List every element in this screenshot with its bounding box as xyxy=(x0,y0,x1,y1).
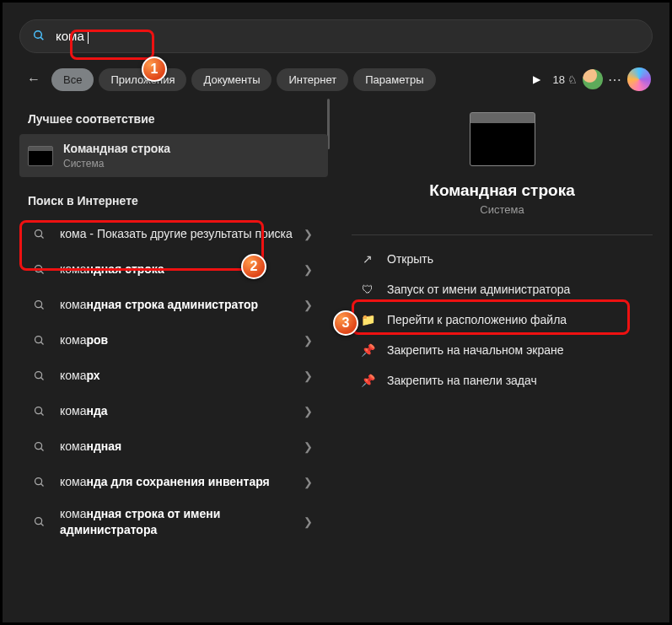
web-result-item[interactable]: командная строка❯ xyxy=(16,251,331,287)
svg-point-8 xyxy=(35,336,41,342)
search-icon xyxy=(28,435,50,457)
result-command-prompt[interactable]: Командная строка Система xyxy=(19,134,328,177)
svg-line-15 xyxy=(40,448,43,450)
annotation-badge-3: 3 xyxy=(333,310,358,336)
chevron-right-icon: ❯ xyxy=(304,334,320,347)
filter-tabs-row: ← Все Приложения Документы Интернет Пара… xyxy=(11,53,661,99)
more-button[interactable]: ⋯ xyxy=(608,72,622,88)
pin-icon: 📌 xyxy=(360,374,375,387)
results-pane: Лучшее соответствие 2 Командная строка С… xyxy=(11,99,331,611)
copilot-button[interactable] xyxy=(627,67,651,91)
web-result-text: командная строка от имени администратора xyxy=(60,506,293,538)
chevron-right-icon: ❯ xyxy=(304,405,320,418)
svg-line-5 xyxy=(40,271,43,273)
search-icon xyxy=(28,223,50,245)
chevron-right-icon: ❯ xyxy=(304,515,320,528)
svg-line-9 xyxy=(40,342,43,344)
svg-point-6 xyxy=(35,300,41,307)
annotation-badge-2: 2 xyxy=(241,254,266,279)
web-result-item[interactable]: командная❯ xyxy=(16,428,331,464)
web-result-text: команда xyxy=(60,403,293,419)
divider xyxy=(352,234,653,235)
svg-line-17 xyxy=(40,483,43,486)
section-best-match: Лучшее соответствие xyxy=(16,105,331,134)
tab-internet[interactable]: Интернет xyxy=(277,68,348,91)
search-icon xyxy=(28,294,50,315)
tab-settings[interactable]: Параметры xyxy=(353,68,435,91)
play-button[interactable]: ▶ xyxy=(526,73,548,85)
web-result-text: командная xyxy=(60,439,293,455)
search-icon xyxy=(28,471,50,493)
web-result-text: комаров xyxy=(60,332,293,348)
result-subtitle: Система xyxy=(63,157,316,170)
action-pin-taskbar[interactable]: 📌 Закрепить на панели задач xyxy=(352,365,653,396)
chevron-right-icon: ❯ xyxy=(304,440,320,453)
preview-subtitle: Система xyxy=(352,203,653,216)
chevron-right-icon: ❯ xyxy=(304,369,320,382)
preview-app-icon xyxy=(470,112,535,166)
start-search-window: 1 кома ← Все Приложения Документы Интерн… xyxy=(11,19,661,622)
preview-pane: Командная строка Система 3 ↗ Открыть 🛡 З… xyxy=(331,99,661,611)
search-icon xyxy=(28,511,50,533)
svg-line-3 xyxy=(40,235,43,238)
svg-line-13 xyxy=(40,412,43,415)
open-icon: ↗ xyxy=(360,252,375,266)
search-icon xyxy=(32,29,46,45)
web-result-item[interactable]: кома - Показать другие результаты поиска… xyxy=(16,216,331,251)
web-result-text: команда для сохранения инвентаря xyxy=(60,474,293,490)
user-avatar[interactable] xyxy=(583,69,603,89)
action-open-file-location[interactable]: 📁 Перейти к расположению файла xyxy=(352,304,653,335)
svg-line-7 xyxy=(40,306,43,309)
web-result-text: командная строка администратор xyxy=(60,297,293,313)
rewards-button[interactable]: 18 ♘ xyxy=(553,73,578,86)
cmd-icon xyxy=(28,146,53,166)
action-run-as-admin[interactable]: 🛡 Запуск от имени администратора xyxy=(352,274,653,304)
action-label: Запуск от имени администратора xyxy=(387,283,570,296)
action-label: Перейти к расположению файла xyxy=(387,313,567,326)
action-open[interactable]: ↗ Открыть xyxy=(352,244,653,274)
svg-line-11 xyxy=(40,377,43,380)
search-icon xyxy=(28,400,50,422)
text-caret xyxy=(88,30,89,44)
web-result-item[interactable]: команда для сохранения инвентаря❯ xyxy=(16,464,331,499)
web-result-item[interactable]: команда❯ xyxy=(16,393,331,428)
section-web-search: Поиск в Интернете xyxy=(16,187,331,216)
search-bar[interactable]: кома xyxy=(19,19,653,53)
tab-all[interactable]: Все xyxy=(51,68,94,91)
trophy-icon: ♘ xyxy=(567,73,578,86)
web-result-text: кома - Показать другие результаты поиска xyxy=(60,226,293,242)
chevron-right-icon: ❯ xyxy=(304,299,320,311)
web-result-item[interactable]: комаров❯ xyxy=(16,322,331,358)
svg-point-0 xyxy=(35,30,42,38)
result-title: Командная строка xyxy=(63,141,316,157)
svg-point-2 xyxy=(35,229,41,236)
web-result-item[interactable]: командная строка администратор❯ xyxy=(16,287,331,322)
pin-icon: 📌 xyxy=(360,343,375,357)
chevron-right-icon: ❯ xyxy=(304,263,320,276)
search-input[interactable]: кома xyxy=(52,27,88,45)
action-label: Закрепить на начальном экране xyxy=(387,343,564,357)
annotation-badge-1: 1 xyxy=(142,57,167,82)
shield-icon: 🛡 xyxy=(360,283,375,296)
rewards-count: 18 xyxy=(553,73,565,86)
web-result-item[interactable]: командная строка от имени администратора… xyxy=(16,499,331,545)
tab-documents[interactable]: Документы xyxy=(191,68,271,91)
web-result-item[interactable]: комарх❯ xyxy=(16,358,331,393)
svg-point-12 xyxy=(35,407,41,413)
back-button[interactable]: ← xyxy=(21,67,46,92)
preview-title: Командная строка xyxy=(352,181,653,200)
action-pin-start[interactable]: 📌 Закрепить на начальном экране xyxy=(352,335,653,365)
folder-icon: 📁 xyxy=(360,313,375,326)
svg-point-16 xyxy=(35,477,41,484)
search-icon xyxy=(28,364,50,386)
svg-point-4 xyxy=(35,265,41,272)
search-icon xyxy=(28,329,50,351)
search-icon xyxy=(28,258,50,280)
svg-point-10 xyxy=(35,371,41,378)
svg-point-18 xyxy=(35,518,41,525)
web-result-text: комарх xyxy=(60,368,293,384)
svg-line-19 xyxy=(40,524,43,526)
action-label: Закрепить на панели задач xyxy=(387,374,537,387)
svg-point-14 xyxy=(35,442,41,449)
action-label: Открыть xyxy=(387,252,433,266)
